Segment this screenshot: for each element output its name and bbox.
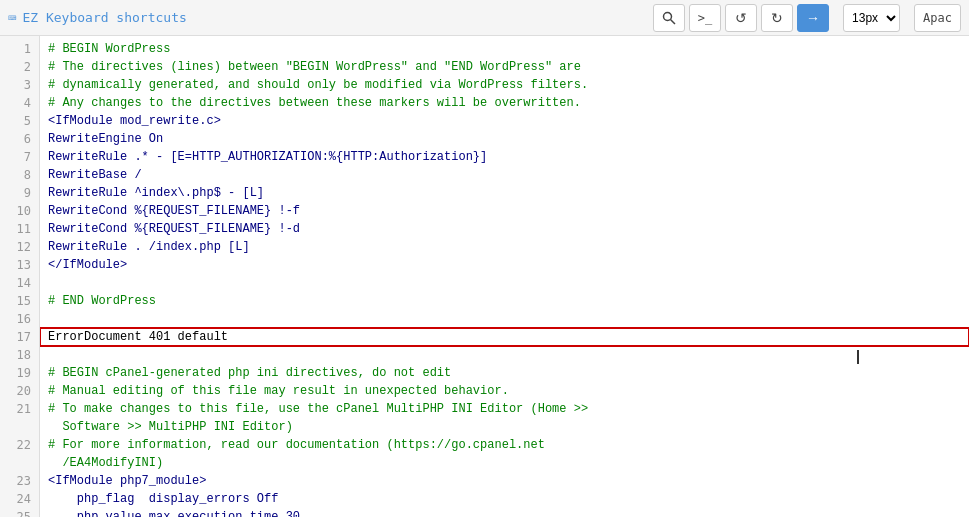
line-num: 5: [8, 112, 31, 130]
arrow-button[interactable]: →: [797, 4, 829, 32]
code-line: RewriteBase /: [40, 166, 969, 184]
code-line: # For more information, read our documen…: [40, 436, 969, 454]
line-num: 15: [8, 292, 31, 310]
code-line: </IfModule>: [40, 256, 969, 274]
undo-button[interactable]: ↺: [725, 4, 757, 32]
redo-button[interactable]: ↻: [761, 4, 793, 32]
code-line: RewriteCond %{REQUEST_FILENAME} !-f: [40, 202, 969, 220]
line-num: [8, 454, 31, 472]
editor-area: 1 2 3 4 5 6 7 8 9 10 11 12 13 14 15 16 1…: [0, 36, 969, 517]
arrow-icon: →: [806, 10, 820, 26]
toolbar: ⌨ EZ Keyboard shortcuts >_ ↺ ↻ → 13px 10…: [0, 0, 969, 36]
line-num: 21: [8, 400, 31, 418]
code-line: [40, 274, 969, 292]
line-num: 8: [8, 166, 31, 184]
code-line: <IfModule php7_module>: [40, 472, 969, 490]
code-line-highlighted: ErrorDocument 401 default: [40, 328, 969, 346]
line-num: 2: [8, 58, 31, 76]
code-line: RewriteCond %{REQUEST_FILENAME} !-d: [40, 220, 969, 238]
code-line: [40, 310, 969, 328]
code-line: # To make changes to this file, use the …: [40, 400, 969, 418]
line-num: 14: [8, 274, 31, 292]
line-num: 24: [8, 490, 31, 508]
editor-label: Apac: [914, 4, 961, 32]
redo-icon: ↻: [771, 10, 783, 26]
line-num: 13: [8, 256, 31, 274]
line-num: 4: [8, 94, 31, 112]
code-line: # dynamically generated, and should only…: [40, 76, 969, 94]
line-num: 20: [8, 382, 31, 400]
line-num: 7: [8, 148, 31, 166]
line-num: 6: [8, 130, 31, 148]
code-line: # Any changes to the directives between …: [40, 94, 969, 112]
code-line: # Manual editing of this file may result…: [40, 382, 969, 400]
code-line: php_value max_execution_time 30: [40, 508, 969, 517]
svg-line-1: [671, 19, 676, 24]
code-line: php_flag display_errors Off: [40, 490, 969, 508]
text-cursor: [857, 350, 859, 364]
code-editor[interactable]: # BEGIN WordPress # The directives (line…: [40, 36, 969, 517]
line-num: 22: [8, 436, 31, 454]
line-num: 3: [8, 76, 31, 94]
code-line: <IfModule mod_rewrite.c>: [40, 112, 969, 130]
code-line: RewriteEngine On: [40, 130, 969, 148]
code-line: # BEGIN cPanel-generated php ini directi…: [40, 364, 969, 382]
search-icon: [662, 11, 676, 25]
line-num: 17: [8, 328, 31, 346]
line-num: 18: [8, 346, 31, 364]
topbar-title[interactable]: EZ Keyboard shortcuts: [22, 10, 186, 25]
terminal-button[interactable]: >_: [689, 4, 721, 32]
code-line: [40, 346, 969, 364]
topbar-left: ⌨ EZ Keyboard shortcuts: [8, 10, 649, 26]
line-num: 10: [8, 202, 31, 220]
code-line: # The directives (lines) between "BEGIN …: [40, 58, 969, 76]
code-line: RewriteRule ^index\.php$ - [L]: [40, 184, 969, 202]
keyboard-icon: ⌨: [8, 10, 16, 26]
code-line: RewriteRule .* - [E=HTTP_AUTHORIZATION:%…: [40, 148, 969, 166]
code-line: /EA4ModifyINI): [40, 454, 969, 472]
line-numbers: 1 2 3 4 5 6 7 8 9 10 11 12 13 14 15 16 1…: [0, 36, 40, 517]
code-line: Software >> MultiPHP INI Editor): [40, 418, 969, 436]
code-line: # BEGIN WordPress: [40, 40, 969, 58]
line-num: 12: [8, 238, 31, 256]
line-num: 25: [8, 508, 31, 517]
line-num: 1: [8, 40, 31, 58]
code-line: # END WordPress: [40, 292, 969, 310]
line-num: 16: [8, 310, 31, 328]
line-num: 11: [8, 220, 31, 238]
font-size-select[interactable]: 13px 10px 11px 12px 14px 16px: [843, 4, 900, 32]
search-button[interactable]: [653, 4, 685, 32]
line-num: 23: [8, 472, 31, 490]
line-num: 19: [8, 364, 31, 382]
code-line: RewriteRule . /index.php [L]: [40, 238, 969, 256]
undo-icon: ↺: [735, 10, 747, 26]
line-num: [8, 418, 31, 436]
terminal-icon: >_: [698, 11, 712, 25]
line-num: 9: [8, 184, 31, 202]
svg-point-0: [664, 12, 672, 20]
